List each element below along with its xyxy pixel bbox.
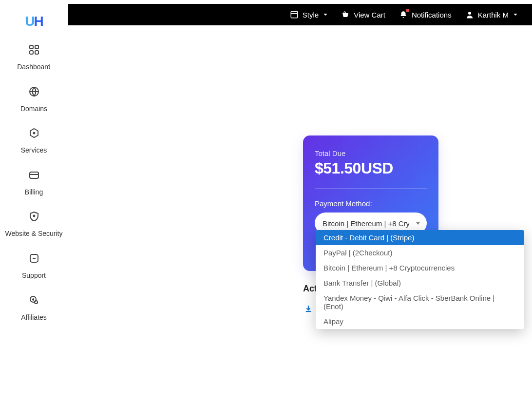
actions-heading: Act	[303, 284, 317, 294]
view-cart-button[interactable]: View Cart	[341, 10, 385, 19]
caret-down-icon	[513, 14, 517, 16]
sidebar-item-security[interactable]: Website & Security	[0, 211, 68, 239]
payment-option[interactable]: PayPal | (2Checkout)	[316, 245, 524, 260]
bell-icon	[399, 10, 408, 19]
caret-down-icon	[323, 14, 327, 16]
svg-point-12	[468, 12, 471, 15]
style-label: Style	[303, 11, 319, 19]
credit-card-icon	[28, 169, 40, 181]
logo: UH	[25, 14, 42, 29]
main-area: Total Due $51.50USD Payment Method: Bitc…	[68, 25, 532, 406]
layout-icon	[290, 10, 299, 19]
sidebar: UH Dashboard Domains Services Billing We…	[0, 4, 68, 406]
user-name: Karthik M	[478, 11, 509, 19]
sidebar-item-label: Dashboard	[17, 62, 51, 72]
payment-option[interactable]: Credit - Debit Card | (Stripe)	[316, 230, 524, 245]
sidebar-item-label: Affiliates	[21, 313, 47, 323]
minus-square-icon	[28, 252, 40, 264]
sidebar-item-domains[interactable]: Domains	[0, 86, 68, 114]
grid-icon	[28, 44, 40, 56]
style-dropdown[interactable]: Style	[290, 10, 327, 19]
svg-point-10	[35, 301, 38, 304]
payment-option[interactable]: Alipay	[316, 314, 524, 329]
topbar: Style View Cart Notifications Karthik M	[68, 4, 532, 25]
divider	[315, 188, 427, 189]
svg-rect-1	[35, 45, 38, 49]
svg-rect-0	[30, 45, 33, 49]
total-due-label: Total Due	[315, 149, 427, 157]
sidebar-item-label: Domains	[20, 104, 47, 114]
coins-icon	[28, 294, 40, 306]
notification-badge	[406, 9, 409, 12]
globe-icon	[28, 86, 40, 97]
payment-option[interactable]: Yandex Money - Qiwi - Alfa Click - SberB…	[316, 290, 524, 314]
svg-point-7	[33, 215, 35, 217]
sidebar-item-label: Services	[21, 146, 47, 155]
shield-icon	[28, 211, 40, 222]
payment-method-selected: Bitcoin | Ethereum | +8 Cryp	[323, 219, 409, 228]
notifications-label: Notifications	[412, 11, 452, 19]
user-icon	[465, 10, 474, 19]
sidebar-item-dashboard[interactable]: Dashboard	[0, 44, 68, 72]
cart-icon	[341, 10, 350, 19]
sidebar-item-support[interactable]: Support	[0, 252, 68, 281]
notifications-button[interactable]: Notifications	[399, 10, 452, 19]
sidebar-item-billing[interactable]: Billing	[0, 169, 68, 197]
sidebar-item-label: Website & Security	[5, 229, 62, 239]
user-menu[interactable]: Karthik M	[465, 10, 517, 19]
sidebar-item-services[interactable]: Services	[0, 127, 68, 155]
svg-rect-6	[30, 172, 38, 178]
view-cart-label: View Cart	[354, 11, 385, 19]
svg-rect-11	[291, 11, 298, 18]
payment-option[interactable]: Bitcoin | Ethereum | +8 Cryptocurrencies	[316, 260, 524, 275]
chevron-down-icon	[416, 222, 420, 225]
svg-rect-3	[35, 51, 38, 54]
svg-point-5	[33, 133, 35, 134]
payment-method-dropdown: Credit - Debit Card | (Stripe) PayPal | …	[316, 230, 524, 329]
sidebar-item-label: Billing	[25, 188, 43, 197]
svg-rect-2	[30, 51, 33, 54]
total-due-amount: $51.50USD	[315, 159, 427, 177]
sidebar-item-label: Support	[22, 271, 46, 281]
hexagon-icon	[28, 127, 40, 139]
payment-method-label: Payment Method:	[315, 199, 427, 208]
download-icon[interactable]	[304, 304, 313, 313]
payment-option[interactable]: Bank Transfer | (Global)	[316, 275, 524, 290]
sidebar-item-affiliates[interactable]: Affiliates	[0, 294, 68, 323]
